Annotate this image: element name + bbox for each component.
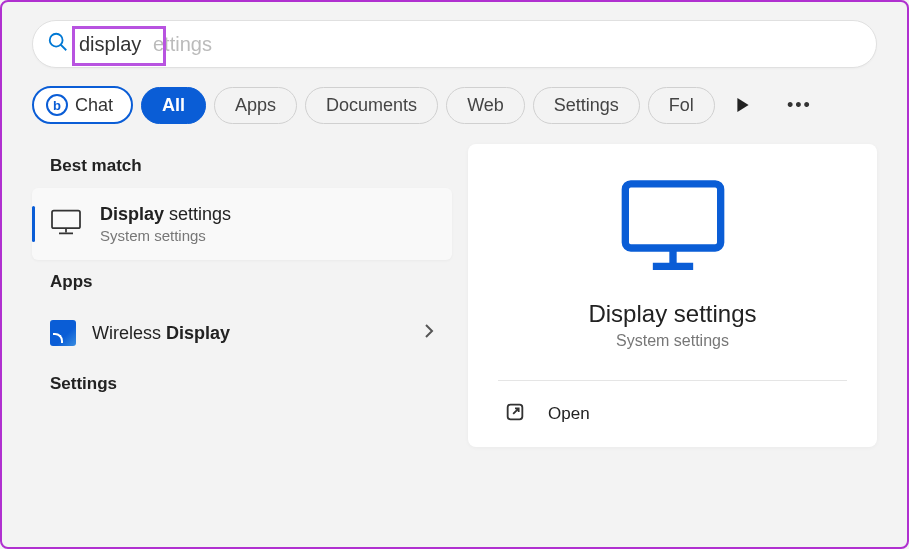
more-options-button[interactable]: •••: [779, 87, 820, 124]
search-icon: [47, 31, 69, 57]
scroll-right-button[interactable]: [727, 89, 759, 121]
bing-icon: b: [46, 94, 68, 116]
section-settings: Settings: [32, 362, 452, 406]
svg-line-1: [61, 45, 67, 51]
filter-folders[interactable]: Fol: [648, 87, 715, 124]
cast-icon: [50, 320, 76, 346]
filter-settings[interactable]: Settings: [533, 87, 640, 124]
detail-title: Display settings: [588, 300, 756, 328]
result-wireless-display[interactable]: Wireless Display: [32, 304, 452, 362]
section-best-match: Best match: [32, 144, 452, 188]
detail-subtitle: System settings: [616, 332, 729, 350]
result-subtitle: System settings: [100, 227, 231, 244]
action-open[interactable]: Open: [498, 381, 847, 447]
filter-row: b Chat All Apps Documents Web Settings F…: [32, 86, 877, 124]
result-title: Display settings: [100, 204, 231, 225]
svg-rect-5: [625, 184, 720, 248]
filter-all[interactable]: All: [141, 87, 206, 124]
chat-button[interactable]: b Chat: [32, 86, 133, 124]
filter-documents[interactable]: Documents: [305, 87, 438, 124]
monitor-large-icon: [618, 176, 728, 280]
svg-point-0: [50, 34, 63, 47]
filter-web[interactable]: Web: [446, 87, 525, 124]
chevron-right-icon: [424, 323, 434, 343]
detail-panel: Display settings System settings Open: [468, 144, 877, 447]
monitor-icon: [50, 208, 82, 240]
action-open-label: Open: [548, 404, 590, 424]
results-list: Best match Display settings System setti…: [32, 144, 452, 447]
filter-apps[interactable]: Apps: [214, 87, 297, 124]
chat-label: Chat: [75, 95, 113, 116]
app-result-label: Wireless Display: [92, 323, 230, 344]
section-apps: Apps: [32, 260, 452, 304]
result-display-settings[interactable]: Display settings System settings: [32, 188, 452, 260]
svg-rect-2: [52, 211, 80, 229]
open-icon: [504, 401, 526, 427]
search-bar[interactable]: ettings: [32, 20, 877, 68]
content-area: Best match Display settings System setti…: [32, 144, 877, 447]
search-input[interactable]: [79, 33, 862, 56]
selection-accent: [32, 206, 35, 242]
